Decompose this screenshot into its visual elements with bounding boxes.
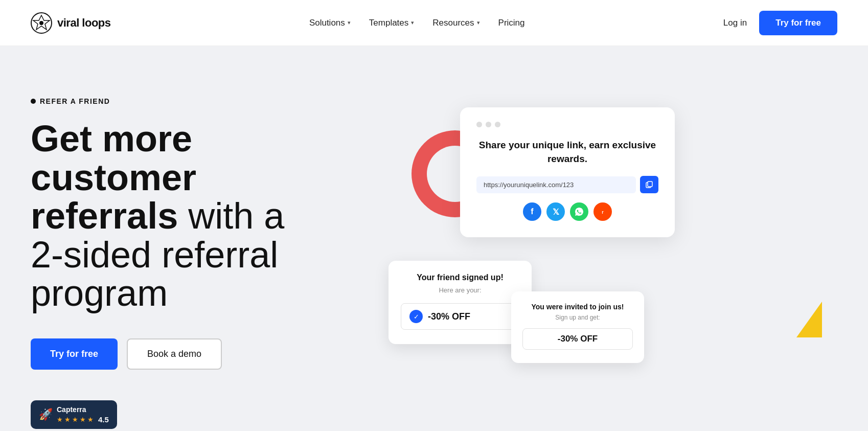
- logo-text: viral loops: [57, 16, 111, 30]
- invited-card-subtitle: Sign up and get:: [522, 314, 633, 321]
- invited-card-title: You were invited to join us!: [522, 303, 633, 311]
- whatsapp-icon: [575, 207, 584, 216]
- book-demo-button[interactable]: Book a demo: [127, 338, 222, 370]
- window-dots: [476, 122, 658, 127]
- svg-point-2: [39, 21, 43, 25]
- logo-link[interactable]: viral loops: [31, 12, 111, 34]
- dot-2: [486, 122, 491, 127]
- star-2: ★: [64, 416, 71, 423]
- login-button[interactable]: Log in: [723, 18, 747, 28]
- dot-3: [495, 122, 500, 127]
- nav-solutions[interactable]: Solutions ▾: [309, 18, 351, 28]
- discount-amount: -30% OFF: [428, 311, 470, 322]
- reddit-icon: r: [599, 208, 607, 216]
- nav-templates[interactable]: Templates ▾: [369, 18, 414, 28]
- chevron-down-icon: ▾: [348, 19, 351, 26]
- hero-headline: Get more customer referrals with a 2-sid…: [31, 120, 317, 313]
- hero-section: REFER A FRIEND Get more customer referra…: [0, 46, 868, 431]
- star-5-half: ★: [87, 416, 94, 423]
- copy-icon: [645, 180, 653, 189]
- capterra-stars: ★ ★ ★ ★ ★ 4.5: [57, 415, 109, 424]
- try-for-free-nav-button[interactable]: Try for free: [759, 11, 837, 35]
- hero-tag: REFER A FRIEND: [31, 97, 337, 105]
- try-for-free-hero-button[interactable]: Try for free: [31, 338, 118, 370]
- chevron-down-icon: ▾: [477, 19, 480, 26]
- logo-icon: [31, 12, 52, 34]
- unique-link-display: https://youruniquelink.com/123: [476, 176, 636, 193]
- yellow-triangle-decoration: [796, 302, 822, 337]
- capterra-badge: 🚀 Capterra ★ ★ ★ ★ ★ 4.5: [31, 400, 117, 429]
- nav-pricing[interactable]: Pricing: [498, 18, 525, 28]
- facebook-share-icon[interactable]: f: [523, 202, 541, 221]
- share-card: Share your unique link, earn exclusive r…: [460, 107, 675, 237]
- capterra-name: Capterra: [57, 405, 109, 414]
- discount-row-sm: -30% OFF: [522, 328, 633, 350]
- tag-text: REFER A FRIEND: [40, 97, 110, 105]
- signed-card-subtitle: Here are your:: [401, 286, 519, 294]
- star-1: ★: [57, 416, 63, 423]
- star-4: ★: [80, 416, 86, 423]
- check-icon: ✓: [409, 310, 423, 323]
- nav-resources[interactable]: Resources ▾: [432, 18, 479, 28]
- svg-rect-8: [648, 182, 652, 187]
- reddit-share-icon[interactable]: r: [593, 202, 612, 221]
- copy-link-button[interactable]: [640, 176, 658, 193]
- hero-content: REFER A FRIEND Get more customer referra…: [31, 87, 337, 429]
- signed-card-title: Your friend signed up!: [401, 273, 519, 282]
- svg-text:r: r: [602, 210, 604, 215]
- whatsapp-share-icon[interactable]: [570, 202, 588, 221]
- social-icons: f 𝕏 r: [476, 202, 658, 221]
- nav-links: Solutions ▾ Templates ▾ Resources ▾ Pric…: [309, 18, 525, 28]
- star-3: ★: [72, 416, 78, 423]
- tag-dot: [31, 99, 36, 104]
- chevron-down-icon: ▾: [411, 19, 414, 26]
- twitter-share-icon[interactable]: 𝕏: [546, 202, 565, 221]
- share-card-title: Share your unique link, earn exclusive r…: [476, 139, 658, 166]
- capterra-rocket-icon: 🚀: [39, 408, 53, 421]
- hero-illustration: Share your unique link, earn exclusive r…: [358, 87, 837, 431]
- discount-amount-sm: -30% OFF: [558, 334, 598, 344]
- capterra-score: 4.5: [98, 415, 109, 424]
- nav-actions: Log in Try for free: [723, 11, 837, 35]
- dot-1: [476, 122, 482, 127]
- signed-up-card: Your friend signed up! Here are your: ✓ …: [389, 261, 532, 344]
- navbar: viral loops Solutions ▾ Templates ▾ Reso…: [0, 0, 868, 46]
- discount-row: ✓ -30% OFF: [401, 303, 519, 330]
- link-row: https://youruniquelink.com/123: [476, 176, 658, 193]
- hero-buttons: Try for free Book a demo: [31, 338, 337, 370]
- capterra-info: Capterra ★ ★ ★ ★ ★ 4.5: [57, 405, 109, 424]
- invited-card: You were invited to join us! Sign up and…: [511, 291, 644, 363]
